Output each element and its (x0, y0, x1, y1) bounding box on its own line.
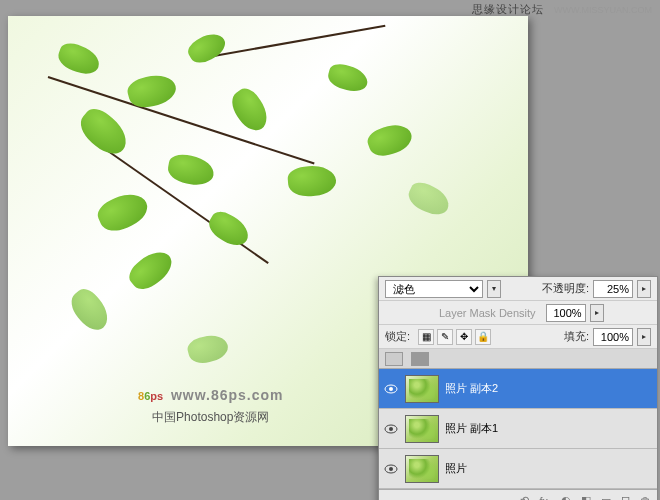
mask-density-row: Layer Mask Density ▸ (379, 301, 657, 325)
layer-thumbnail[interactable] (405, 415, 439, 443)
fill-label: 填充: (564, 329, 589, 344)
layer-thumbnail[interactable] (405, 455, 439, 483)
panel-footer: ⟲ fx. ◐ ◧ ▭ ⊡ 🗑 (379, 489, 657, 500)
lock-all-icon[interactable]: 🔒 (475, 329, 491, 345)
opacity-input[interactable] (593, 280, 633, 298)
layer-mask-icon[interactable]: ◐ (561, 494, 571, 500)
lock-pixels-icon[interactable]: ✎ (437, 329, 453, 345)
layer-tab-icon[interactable] (411, 352, 429, 366)
opacity-label: 不透明度: (542, 281, 589, 296)
blend-opacity-row: 滤色 ▾ 不透明度: ▸ (379, 277, 657, 301)
svg-point-1 (389, 387, 393, 391)
visibility-eye-icon[interactable] (383, 421, 399, 437)
new-layer-icon[interactable]: ⊡ (621, 494, 630, 500)
layer-name: 照片 副本2 (445, 381, 653, 396)
delete-layer-icon[interactable]: 🗑 (640, 495, 651, 501)
layers-panel: 滤色 ▾ 不透明度: ▸ Layer Mask Density ▸ 锁定: ▦ … (378, 276, 658, 500)
layer-item[interactable]: 照片 副本2 (379, 369, 657, 409)
opacity-flyout-icon[interactable]: ▸ (637, 280, 651, 298)
visibility-eye-icon[interactable] (383, 461, 399, 477)
density-label: Layer Mask Density (439, 307, 536, 319)
blend-mode-select[interactable]: 滤色 (385, 280, 483, 298)
site-url: WWW.MISSYUAN.COM (554, 5, 652, 15)
lock-transparency-icon[interactable]: ▦ (418, 329, 434, 345)
density-flyout-icon[interactable]: ▸ (590, 304, 604, 322)
group-icon[interactable]: ▭ (601, 494, 611, 500)
lock-label: 锁定: (385, 329, 410, 344)
header-watermark: 思缘设计论坛 WWW.MISSYUAN.COM (472, 2, 652, 17)
layer-tab-icon[interactable] (385, 352, 403, 366)
lock-position-icon[interactable]: ✥ (456, 329, 472, 345)
lock-fill-row: 锁定: ▦ ✎ ✥ 🔒 填充: ▸ (379, 325, 657, 349)
svg-point-3 (389, 427, 393, 431)
site-name: 思缘设计论坛 (472, 3, 544, 15)
layer-tabs-row (379, 349, 657, 369)
adjustment-layer-icon[interactable]: ◧ (581, 494, 591, 500)
visibility-eye-icon[interactable] (383, 381, 399, 397)
layer-name: 照片 (445, 461, 653, 476)
svg-point-5 (389, 467, 393, 471)
fill-flyout-icon[interactable]: ▸ (637, 328, 651, 346)
link-layers-icon[interactable]: ⟲ (520, 494, 529, 500)
layer-list: 照片 副本2 照片 副本1 照片 (379, 369, 657, 489)
blend-dropdown-icon[interactable]: ▾ (487, 280, 501, 298)
density-input[interactable] (546, 304, 586, 322)
fill-input[interactable] (593, 328, 633, 346)
layer-item[interactable]: 照片 (379, 449, 657, 489)
layer-thumbnail[interactable] (405, 375, 439, 403)
layer-name: 照片 副本1 (445, 421, 653, 436)
image-watermark: 86ps www.86ps.com 中国Photoshop资源网 (138, 375, 284, 426)
layer-item[interactable]: 照片 副本1 (379, 409, 657, 449)
layer-fx-icon[interactable]: fx. (539, 495, 551, 501)
